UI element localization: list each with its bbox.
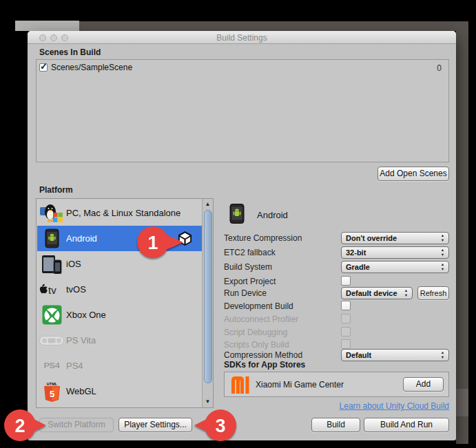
build-system-dropdown[interactable]: Gradle ▲▼ <box>341 261 449 273</box>
platform-list: PC, Mac & Linux Standalone Android <box>36 198 214 408</box>
platform-item-label: PS Vita <box>66 335 96 345</box>
xiaomi-mi-icon <box>231 376 249 397</box>
svg-text:HTML: HTML <box>46 381 57 385</box>
export-project-checkbox[interactable] <box>341 276 351 286</box>
platform-item-label: iOS <box>66 259 81 269</box>
etc2-fallback-dropdown[interactable]: 32-bit ▲▼ <box>341 246 449 259</box>
scene-build-index: 0 <box>437 63 442 73</box>
platform-list-scrollbar[interactable]: ▲ ▼ <box>202 199 213 407</box>
platform-header: Platform <box>39 185 73 195</box>
setting-row-development-build: Development Build <box>224 300 449 313</box>
scripts-only-build-checkbox <box>341 339 351 349</box>
callout-3-number: 3 <box>215 416 225 436</box>
dropdown-arrows-icon: ▲▼ <box>439 233 446 243</box>
player-settings-button[interactable]: Player Settings... <box>118 418 192 432</box>
pc-mac-linux-icon <box>37 203 66 224</box>
setting-row-autoconnect-profiler: Autoconnect Profiler <box>224 313 449 326</box>
sdks-header: SDKs for App Stores <box>224 360 305 370</box>
ps-vita-icon <box>37 335 66 346</box>
unity-cloud-build-link[interactable]: Learn about Unity Cloud Build <box>340 401 449 411</box>
setting-label: ETC2 fallback <box>224 248 276 257</box>
platform-item-tvos[interactable]: tv tvOS <box>37 277 203 302</box>
platform-settings-panel: Android Texture Compression Don't overri… <box>224 203 449 418</box>
scroll-down-icon[interactable]: ▼ <box>203 397 213 407</box>
sdk-name: Xiaomi Mi Game Center <box>256 380 344 390</box>
callout-3: 3 <box>187 408 237 442</box>
android-icon <box>229 203 245 227</box>
refresh-button[interactable]: Refresh <box>417 286 449 300</box>
svg-text:tv: tv <box>48 284 56 296</box>
callout-2: 2 <box>3 408 53 442</box>
platform-item-label: PC, Mac & Linux Standalone <box>66 208 180 218</box>
add-sdk-button[interactable]: Add <box>403 377 444 392</box>
sdk-list-item: Xiaomi Mi Game Center Add <box>224 372 449 397</box>
callout-1-number: 1 <box>147 233 158 253</box>
selected-platform-header: Android <box>229 203 288 227</box>
ps4-logo-icon: PS4 <box>37 361 66 370</box>
dropdown-arrows-icon: ▲▼ <box>439 262 446 272</box>
setting-label: Build System <box>224 262 272 272</box>
platform-item-webgl[interactable]: HTML 5 WebGL <box>37 378 203 404</box>
setting-row-build-system: Build System Gradle ▲▼ <box>224 261 449 274</box>
dropdown-arrows-icon: ▲▼ <box>403 288 409 298</box>
setting-row-etc2-fallback: ETC2 fallback 32-bit ▲▼ <box>224 246 449 259</box>
dropdown-value: Don't override <box>346 234 397 242</box>
background-window-strip <box>15 21 468 31</box>
android-icon <box>37 228 66 248</box>
setting-label: Development Build <box>224 301 293 311</box>
run-device-dropdown[interactable]: Default device ▲▼ <box>341 287 413 299</box>
titlebar[interactable]: Build Settings <box>28 31 456 44</box>
callout-1: 1 <box>136 225 186 259</box>
scene-name: Scenes/SampleScene <box>51 63 132 72</box>
autoconnect-profiler-checkbox <box>341 314 351 323</box>
platform-item-facebook[interactable]: f Facebook <box>37 404 203 408</box>
xbox-icon <box>37 305 66 325</box>
platform-item-ps-vita[interactable]: PS Vita <box>37 328 203 353</box>
setting-label: Compression Method <box>224 350 302 360</box>
dropdown-value: 32-bit <box>346 248 366 257</box>
background-window-strip-right <box>456 21 468 444</box>
svg-text:5: 5 <box>49 389 54 399</box>
build-and-run-button[interactable]: Build And Run <box>364 418 449 432</box>
platform-item-label: tvOS <box>66 284 86 295</box>
tvos-icon: tv <box>37 282 66 297</box>
ios-icon <box>37 255 66 274</box>
platform-item-pc-mac-linux[interactable]: PC, Mac & Linux Standalone <box>37 200 203 226</box>
setting-label: Texture Compression <box>224 233 302 243</box>
dropdown-value: Default device <box>346 289 397 297</box>
setting-label: Autoconnect Profiler <box>224 314 298 324</box>
setting-row-run-device: Run Device Default device ▲▼ Refresh <box>224 287 449 300</box>
compression-method-dropdown[interactable]: Default ▲▼ <box>341 349 449 361</box>
scroll-up-icon[interactable]: ▲ <box>203 200 213 209</box>
platform-item-label: PS4 <box>66 361 83 371</box>
setting-label: Export Project <box>224 277 276 286</box>
build-settings-window: Build Settings Scenes In Build ✓Scenes/S… <box>28 31 456 440</box>
scenes-list[interactable]: ✓Scenes/SampleScene 0 <box>36 59 449 162</box>
selected-platform-title: Android <box>257 210 288 220</box>
scenes-in-build-header: Scenes In Build <box>39 47 101 57</box>
setting-row-texture-compression: Texture Compression Don't override ▲▼ <box>224 232 449 245</box>
platform-item-label: Android <box>66 233 97 244</box>
platform-item-ps4[interactable]: PS4 PS4 <box>37 353 203 378</box>
scene-list-item[interactable]: ✓Scenes/SampleScene 0 <box>39 63 446 74</box>
build-button[interactable]: Build <box>311 418 360 432</box>
platform-item-xbox-one[interactable]: Xbox One <box>37 302 203 328</box>
window-title: Build Settings <box>28 33 456 43</box>
check-icon: ✓ <box>40 61 48 72</box>
scrollbar-thumb[interactable] <box>204 210 212 383</box>
texture-compression-dropdown[interactable]: Don't override ▲▼ <box>341 232 449 244</box>
dropdown-arrows-icon: ▲▼ <box>439 248 446 257</box>
development-build-checkbox[interactable] <box>341 301 351 310</box>
add-open-scenes-button[interactable]: Add Open Scenes <box>377 167 449 181</box>
scene-checkbox[interactable]: ✓ <box>39 63 48 72</box>
background-window-tab <box>15 21 79 31</box>
dropdown-value: Default <box>346 351 371 359</box>
setting-label: Script Debugging <box>224 328 287 337</box>
platform-item-label: WebGL <box>66 386 96 396</box>
script-debugging-checkbox <box>341 327 351 337</box>
dropdown-value: Gradle <box>346 263 370 271</box>
callout-2-number: 2 <box>14 416 25 436</box>
setting-label: Run Device <box>224 288 267 298</box>
platform-item-label: Xbox One <box>66 310 106 320</box>
setting-row-script-debugging: Script Debugging <box>224 326 449 339</box>
